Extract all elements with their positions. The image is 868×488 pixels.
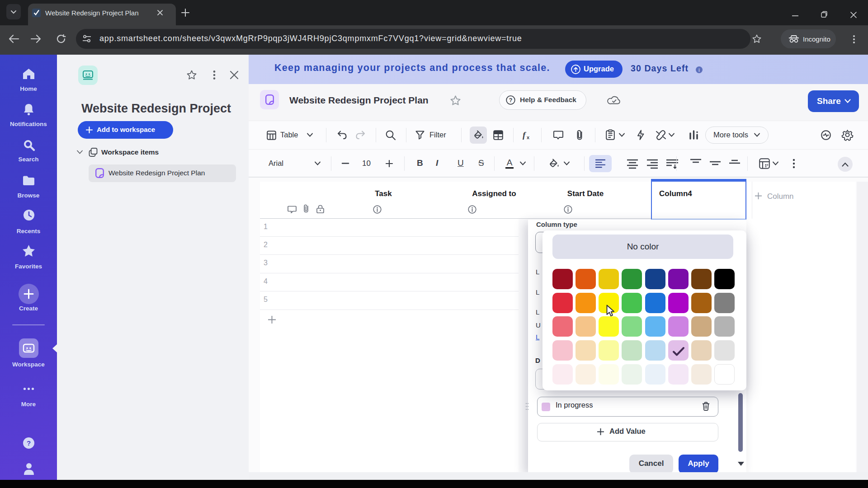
svg-text:i: i — [698, 68, 700, 73]
svg-text:?: ? — [27, 439, 31, 447]
svg-text:x: x — [527, 135, 530, 140]
svg-text:A: A — [507, 158, 513, 167]
svg-text:f: f — [523, 130, 526, 140]
svg-text:?: ? — [509, 97, 513, 103]
